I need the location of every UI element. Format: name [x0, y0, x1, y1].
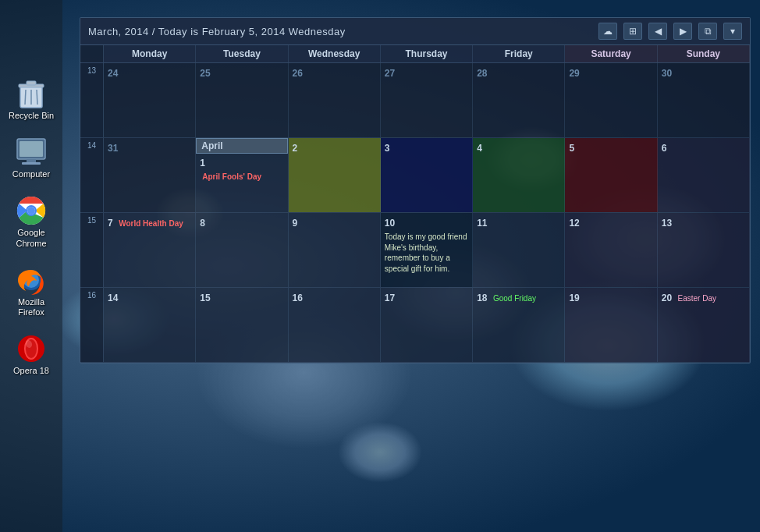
calendar-title: March, 2014 / Today is February 5, 2014 … — [88, 26, 346, 37]
svg-line-3 — [25, 90, 26, 105]
menu-button[interactable]: ▾ — [723, 23, 742, 40]
date-apr5: 5 — [569, 143, 574, 154]
cal-cell-apr20[interactable]: 20 Easter Day — [658, 288, 750, 362]
date-apr13: 13 — [662, 218, 672, 229]
menu-icon: ▾ — [730, 26, 735, 37]
cal-cell-apr19[interactable]: 19 — [565, 288, 657, 362]
date-mar31: 31 — [108, 143, 118, 154]
computer-graphic — [16, 137, 47, 168]
grid-icon: ⊞ — [629, 26, 637, 37]
calendar-grid: 13 24 25 26 27 28 29 30 — [80, 63, 750, 363]
date-apr2: 2 — [293, 143, 298, 154]
firefox-label: Mozilla Firefox — [5, 297, 58, 317]
cal-cell-feb28[interactable]: 28 — [473, 63, 565, 137]
calendar-row-week14: 14 31 April 1 April Fools' Day 2 3 4 — [80, 138, 750, 213]
cal-cell-apr6[interactable]: 6 — [658, 138, 750, 212]
cal-cell-apr3[interactable]: 3 — [381, 138, 473, 212]
week-num-13: 13 — [80, 63, 104, 137]
cal-cell-apr18[interactable]: 18 Good Friday — [473, 288, 565, 362]
cal-cell-feb26[interactable]: 26 — [289, 63, 381, 137]
cal-cell-apr12[interactable]: 12 — [565, 213, 657, 287]
header-thursday: Thursday — [381, 45, 473, 62]
svg-rect-2 — [27, 81, 36, 85]
next-icon: ▶ — [680, 26, 687, 37]
cal-cell-apr4[interactable]: 4 — [473, 138, 565, 212]
cal-cell-apr7[interactable]: 7 World Health Day — [104, 213, 196, 287]
cloud-icon: ☁ — [603, 26, 613, 37]
date-30: 30 — [662, 68, 672, 79]
firefox-icon[interactable]: Mozilla Firefox — [5, 264, 58, 317]
svg-rect-9 — [22, 162, 41, 165]
calendar-widget: March, 2014 / Today is February 5, 2014 … — [80, 17, 751, 364]
prev-icon: ◀ — [655, 26, 662, 37]
cal-cell-apr11[interactable]: 11 — [473, 213, 565, 287]
week-num-14: 14 — [80, 138, 104, 212]
cal-cell-apr14[interactable]: 14 — [104, 288, 196, 362]
opera-label: Opera 18 — [13, 366, 49, 376]
date-apr4: 4 — [477, 143, 482, 154]
cal-cell-apr10[interactable]: 10 Today is my good friend Mike's birthd… — [381, 213, 473, 287]
firefox-graphic — [16, 264, 47, 296]
calendar-header: March, 2014 / Today is February 5, 2014 … — [80, 18, 750, 45]
date-apr7: 7 — [108, 218, 113, 229]
date-apr15: 15 — [200, 293, 210, 303]
week-num-header — [80, 45, 104, 62]
date-29: 29 — [569, 68, 579, 79]
computer-icon[interactable]: Computer — [5, 137, 58, 179]
date-feb24: 24 — [108, 68, 118, 79]
cal-cell-apr17[interactable]: 17 — [381, 288, 473, 362]
calendar-row-week16: 16 14 15 16 17 18 Good Friday 19 20 E — [80, 288, 750, 363]
date-apr16: 16 — [293, 293, 303, 303]
cal-cell-apr16[interactable]: 16 — [289, 288, 381, 362]
cal-cell-feb24[interactable]: 24 — [104, 63, 196, 137]
opera-icon[interactable]: Opera 18 — [5, 333, 58, 376]
date-apr6: 6 — [662, 143, 667, 154]
cloud-button[interactable]: ☁ — [598, 23, 617, 40]
date-apr19: 19 — [569, 293, 579, 303]
calendar-row-week13: 13 24 25 26 27 28 29 30 — [80, 63, 750, 138]
computer-label: Computer — [12, 169, 50, 179]
date-apr17: 17 — [385, 293, 395, 303]
svg-rect-7 — [20, 141, 43, 157]
grid-button[interactable]: ⊞ — [623, 23, 642, 40]
header-tuesday: Tuesday — [196, 45, 288, 62]
cal-cell-apr15[interactable]: 15 — [196, 288, 288, 362]
date-feb28: 28 — [477, 68, 487, 79]
window-button[interactable]: ⧉ — [698, 23, 717, 40]
cal-cell-apr9[interactable]: 9 — [289, 213, 381, 287]
cal-cell-apr8[interactable]: 8 — [196, 213, 288, 287]
cal-cell-mar31[interactable]: 31 — [104, 138, 196, 212]
date-apr18: 18 — [477, 293, 487, 303]
date-apr8: 8 — [200, 218, 205, 229]
recycle-bin-icon[interactable]: Recycle Bin — [5, 78, 58, 121]
taskbar: Recycle Bin Computer — [0, 0, 62, 532]
date-apr10: 10 — [385, 218, 395, 229]
header-saturday: Saturday — [565, 45, 657, 62]
cal-cell-apr2[interactable]: 2 — [289, 138, 381, 212]
cal-cell-feb25[interactable]: 25 — [196, 63, 288, 137]
google-chrome-icon[interactable]: Google Chrome — [5, 195, 58, 248]
april-month-label: April — [196, 138, 287, 154]
header-monday: Monday — [104, 45, 196, 62]
prev-button[interactable]: ◀ — [648, 23, 667, 40]
event-mike-birthday: Today is my good friend Mike's birthday,… — [385, 232, 468, 274]
cal-cell-feb27[interactable]: 27 — [381, 63, 473, 137]
cal-cell-mar2-prev[interactable]: 30 — [658, 63, 750, 137]
event-world-health-day: World Health Day — [116, 218, 186, 229]
calendar-row-week15: 15 7 World Health Day 8 9 10 Today is my… — [80, 213, 750, 288]
cal-cell-apr1[interactable]: April 1 April Fools' Day — [196, 138, 288, 212]
date-apr14: 14 — [108, 293, 118, 303]
cal-cell-apr5[interactable]: 5 — [565, 138, 657, 212]
svg-rect-8 — [27, 159, 36, 162]
cal-cell-mar1-prev[interactable]: 29 — [565, 63, 657, 137]
date-feb26: 26 — [293, 68, 303, 79]
date-apr1: 1 — [200, 158, 283, 168]
svg-point-13 — [27, 207, 35, 215]
recycle-bin-label: Recycle Bin — [9, 111, 54, 121]
event-good-friday: Good Friday — [491, 293, 538, 303]
cal-cell-apr13[interactable]: 13 — [658, 213, 750, 287]
date-apr3: 3 — [385, 143, 390, 154]
date-apr9: 9 — [293, 218, 298, 229]
date-feb25: 25 — [200, 68, 210, 79]
next-button[interactable]: ▶ — [673, 23, 692, 40]
